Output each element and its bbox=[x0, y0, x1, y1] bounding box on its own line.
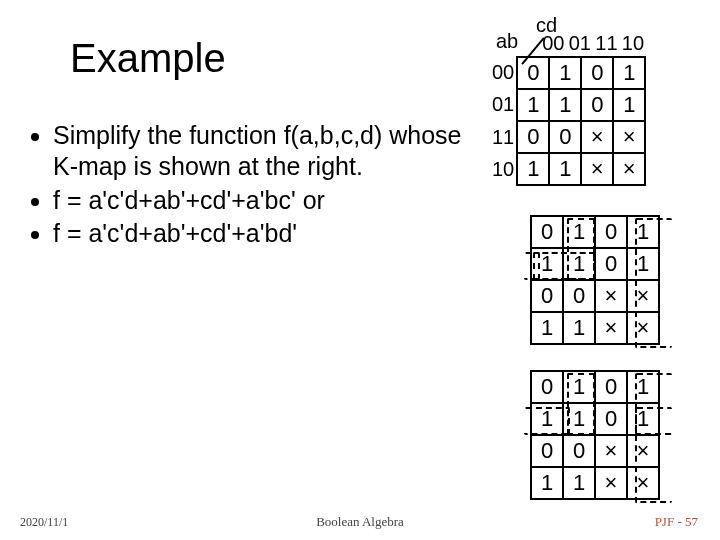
kcell: 1 bbox=[563, 403, 595, 435]
kcell: 0 bbox=[517, 121, 549, 153]
kmap-grouping-2: 0101 1101 00×× 11×× bbox=[530, 370, 666, 500]
kcell: × bbox=[627, 435, 659, 467]
kcell: 1 bbox=[549, 153, 581, 185]
kcell: 1 bbox=[549, 57, 581, 89]
kcell: × bbox=[581, 153, 613, 185]
kcell: 1 bbox=[613, 89, 645, 121]
kcell: × bbox=[595, 467, 627, 499]
kcell: 1 bbox=[563, 248, 595, 280]
row-hdr: 10 bbox=[490, 154, 516, 187]
page-title: Example bbox=[70, 36, 226, 81]
kcell: × bbox=[627, 467, 659, 499]
kcell: 1 bbox=[563, 371, 595, 403]
kcell: 0 bbox=[531, 216, 563, 248]
kcell: 0 bbox=[581, 57, 613, 89]
kcell: 1 bbox=[613, 57, 645, 89]
kcell: 0 bbox=[563, 280, 595, 312]
bullet-item: f = a'c'd+ab'+cd'+a'bd' bbox=[53, 218, 465, 249]
row-hdr: 00 bbox=[490, 56, 516, 89]
kcell: 1 bbox=[531, 312, 563, 344]
kcell: 1 bbox=[563, 216, 595, 248]
kcell: × bbox=[595, 435, 627, 467]
kcell: 1 bbox=[549, 89, 581, 121]
kcell: 0 bbox=[595, 403, 627, 435]
kcell: 0 bbox=[595, 216, 627, 248]
col-hdr: 00 bbox=[540, 32, 567, 55]
kcell: 1 bbox=[563, 467, 595, 499]
kcell: 0 bbox=[595, 248, 627, 280]
bullet-item: Simplify the function f(a,b,c,d) whose K… bbox=[53, 120, 465, 183]
kcell: × bbox=[595, 312, 627, 344]
kcell: 1 bbox=[563, 312, 595, 344]
kcell: × bbox=[613, 153, 645, 185]
footer-page: PJF - 57 bbox=[655, 514, 698, 530]
kcell: × bbox=[595, 280, 627, 312]
kcell: 1 bbox=[531, 467, 563, 499]
row-hdr: 11 bbox=[490, 121, 516, 154]
kcell: 0 bbox=[581, 89, 613, 121]
kcell: 1 bbox=[627, 216, 659, 248]
kcell: 1 bbox=[531, 403, 563, 435]
kcell: 1 bbox=[627, 371, 659, 403]
kcell: × bbox=[627, 312, 659, 344]
kcell: × bbox=[613, 121, 645, 153]
kmap-grouping-1: 0101 1101 00×× 11×× bbox=[530, 215, 666, 345]
kcell: 0 bbox=[549, 121, 581, 153]
kcell: 0 bbox=[531, 435, 563, 467]
footer-center: Boolean Algebra bbox=[0, 514, 720, 530]
kcell: 0 bbox=[563, 435, 595, 467]
kcell: 1 bbox=[627, 248, 659, 280]
kmap-labeled: cd ab 00 01 11 10 00 01 11 10 0101 1101 … bbox=[490, 16, 646, 186]
col-hdr: 01 bbox=[567, 32, 594, 55]
kcell: 1 bbox=[517, 153, 549, 185]
col-hdr: 10 bbox=[620, 32, 647, 55]
kcell: 0 bbox=[531, 371, 563, 403]
kcell: 1 bbox=[531, 248, 563, 280]
ab-label: ab bbox=[496, 30, 518, 53]
row-hdr: 01 bbox=[490, 89, 516, 122]
kmap-grid: 0101 1101 00×× 11×× bbox=[516, 56, 646, 186]
bullet-list: Simplify the function f(a,b,c,d) whose K… bbox=[25, 120, 465, 251]
kcell: × bbox=[627, 280, 659, 312]
kcell: 1 bbox=[627, 403, 659, 435]
bullet-item: f = a'c'd+ab'+cd'+a'bc' or bbox=[53, 185, 465, 216]
kcell: 0 bbox=[531, 280, 563, 312]
kcell: 1 bbox=[517, 89, 549, 121]
col-hdr: 11 bbox=[593, 32, 620, 55]
kcell: × bbox=[581, 121, 613, 153]
kcell: 0 bbox=[595, 371, 627, 403]
